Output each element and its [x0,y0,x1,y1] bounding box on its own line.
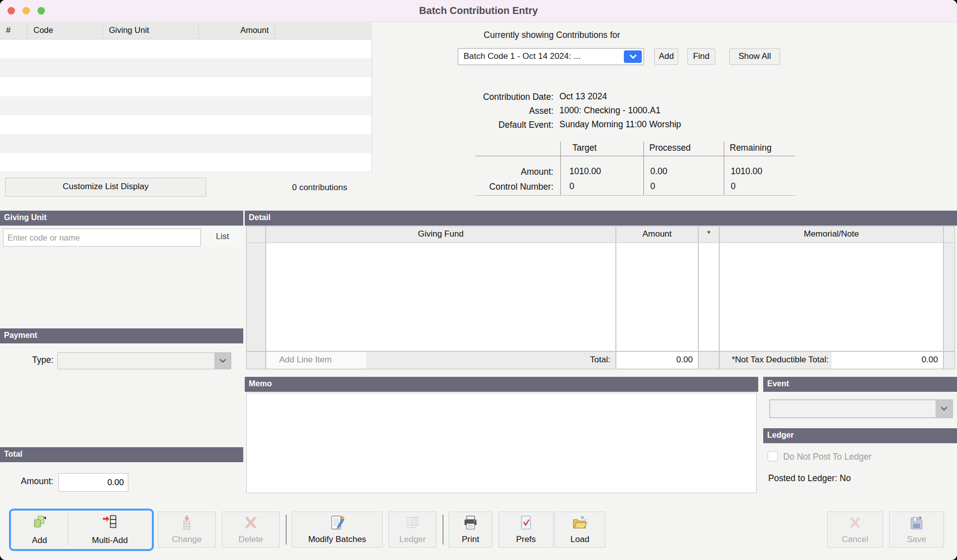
load-button[interactable]: Load [554,512,605,548]
detail-total-value: 0.00 [616,352,698,368]
summary-control-label: Control Number: [430,182,553,192]
detail-band: Detail [245,211,957,226]
list-row [0,153,372,172]
contribution-list[interactable] [0,39,372,172]
cancel-button[interactable]: Cancel [827,512,883,548]
memo-band: Memo [245,377,758,392]
delete-icon [222,515,279,530]
not-tax-deductible-label: *Not Tax Deductible Total: [720,352,832,368]
detail-header-amount[interactable]: Amount [616,227,698,243]
payment-type-select[interactable] [57,352,231,369]
detail-amount-cells[interactable] [616,243,698,351]
list-header-giving-unit[interactable]: Giving Unit [103,22,199,39]
list-header-amount[interactable]: Amount [199,22,275,39]
add-line-item-button[interactable]: Add Line Item [266,352,366,368]
total-amount-input[interactable] [58,473,128,492]
do-not-post-checkbox[interactable] [767,451,778,462]
multi-add-icon [68,515,151,530]
detail-star-cells[interactable] [699,243,719,351]
summary-control-remaining: 0 [731,181,736,192]
customize-list-display-button[interactable]: Customize List Display [5,178,206,197]
chevron-down-icon[interactable] [214,353,231,369]
giving-unit-band: Giving Unit [0,211,243,226]
detail-memorial-cells[interactable] [720,243,943,351]
detail-table: Giving Fund Add Line Item Total: Amount … [246,226,955,369]
contribution-date-value: Oct 13 2024 [559,91,607,102]
detail-col-star: * [698,227,719,369]
payment-type-label: Type: [0,355,53,365]
ledger-icon [389,515,436,530]
titlebar: Batch Contribution Entry [0,0,957,22]
add-icon [11,515,68,530]
detail-col-scroll-strip[interactable] [943,227,955,369]
change-button[interactable]: Change [158,512,216,548]
memo-textarea[interactable] [246,393,757,493]
print-icon [449,515,492,530]
chevron-down-icon[interactable] [624,50,642,63]
delete-button[interactable]: Delete [222,512,280,548]
list-row [0,96,372,115]
list-header-number[interactable]: # [0,22,27,39]
ledger-band: Ledger [763,428,957,443]
summary-control-processed: 0 [650,181,655,192]
event-band: Event [763,377,957,392]
posted-to-ledger-text: Posted to Ledger: No [768,473,851,484]
contribution-list-header: # Code Giving Unit Amount [0,22,372,39]
ledger-button[interactable]: Ledger [389,512,437,548]
list-row [0,115,372,134]
detail-header-star[interactable]: * [699,227,719,243]
detail-col-gutter [247,227,265,369]
total-amount-label: Amount: [0,476,53,487]
list-row [0,58,372,77]
detail-total-label: Total: [366,352,615,368]
detail-col-amount: Amount 0.00 [615,227,698,369]
load-icon [555,515,605,530]
list-row [0,39,372,58]
chevron-down-icon[interactable] [936,400,952,417]
list-header-filler [275,22,372,39]
print-button[interactable]: Print [449,512,492,548]
contribution-count: 0 contributions [250,183,390,193]
detail-col-giving-fund: Giving Fund Add Line Item Total: [265,227,615,369]
add-batch-button[interactable]: Add [654,48,678,65]
batch-heading: Currently showing Contributions for [440,30,664,40]
toolbar-separator [286,515,287,545]
multi-add-button[interactable]: Multi-Add [68,512,151,548]
summary-amount-label: Amount: [430,167,553,177]
default-event-label: Default Event: [430,120,553,130]
detail-giving-fund-cells[interactable] [266,243,615,351]
cancel-icon [828,515,883,530]
save-icon [890,515,944,530]
event-select[interactable] [769,399,953,418]
summary-amount-processed: 0.00 [650,166,667,177]
show-all-button[interactable]: Show All [729,48,780,65]
giving-unit-search-input[interactable] [3,229,201,247]
batch-contribution-entry-window: Batch Contribution Entry # Code Giving U… [0,0,957,560]
total-band: Total [0,447,243,462]
list-header-code[interactable]: Code [27,22,103,39]
not-tax-deductible-value: 0.00 [832,352,943,368]
detail-header-memorial[interactable]: Memorial/Note [720,227,943,243]
list-row [0,134,372,153]
batch-select[interactable]: Batch Code 1 - Oct 14 2024: ... [458,48,644,65]
batch-select-value: Batch Code 1 - Oct 14 2024: ... [459,49,643,61]
asset-value: 1000: Checking - 1000.A1 [559,105,660,116]
save-button[interactable]: Save [889,512,944,548]
payment-band: Payment [0,328,243,343]
detail-header-giving-fund[interactable]: Giving Fund [266,227,615,243]
list-row [0,77,372,96]
toolbar-highlight-group: Add Multi-Add [9,509,154,551]
contribution-date-label: Contribution Date: [430,92,553,102]
window-title: Batch Contribution Entry [0,5,957,16]
add-button[interactable]: Add [11,512,68,548]
prefs-button[interactable]: Prefs [498,512,553,548]
summary-col-remaining: Remaining [730,143,772,153]
modify-batches-button[interactable]: Modify Batches [292,512,383,548]
asset-label: Asset: [430,106,553,116]
find-batch-button[interactable]: Find [687,48,715,65]
detail-col-memorial: Memorial/Note *Not Tax Deductible Total:… [719,227,943,369]
list-button[interactable]: List [202,229,243,247]
do-not-post-label: Do Not Post To Ledger [783,452,872,462]
summary-col-target: Target [572,143,597,153]
summary-amount-remaining: 1010.00 [731,166,762,177]
